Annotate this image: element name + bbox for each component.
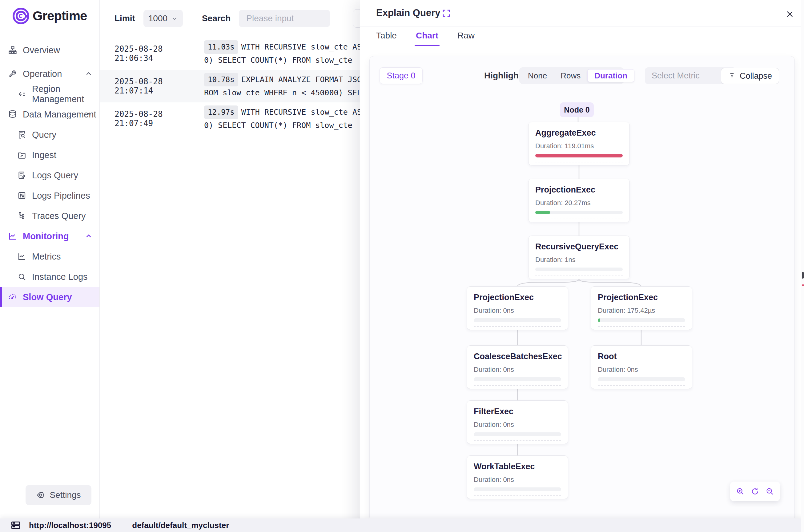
node-title: ProjectionExec — [598, 293, 685, 302]
duration-bar-fill — [535, 154, 623, 157]
row-timestamp: 2025-08-28 21:07:14 — [100, 77, 204, 95]
plan-node-projection-exec[interactable]: ProjectionExec Duration: 20.27ms — [528, 179, 630, 222]
stage-node-badge[interactable]: Node 0 — [560, 102, 594, 117]
row-timestamp: 2025-08-28 21:06:34 — [100, 44, 204, 63]
server-icon — [11, 520, 21, 530]
plan-node-root[interactable]: Root Duration: 0ns — [591, 345, 692, 389]
monitoring-chart-icon — [8, 231, 17, 241]
plan-node-coalesce-batches-exec[interactable]: CoalesceBatchesExec Duration: 0ns — [467, 345, 568, 389]
node-duration: Duration: 119.01ms — [535, 142, 623, 150]
limit-label: Limit — [114, 14, 135, 23]
dashed-divider — [535, 218, 623, 219]
cluster-name[interactable]: default/default_mycluster — [132, 520, 229, 530]
app-window: Greptime Overview Operation Region Manag… — [0, 0, 804, 532]
chevron-up-icon[interactable] — [85, 110, 93, 118]
region-management-icon — [17, 90, 26, 99]
limit-select[interactable]: 1000 — [143, 10, 183, 27]
sidebar-item-slow-query[interactable]: Slow Query — [0, 287, 99, 307]
duration-bar-track — [474, 377, 561, 381]
sidebar-item-logs-pipelines[interactable]: Logs Pipelines — [0, 186, 99, 206]
close-icon[interactable] — [784, 8, 796, 20]
traces-icon — [17, 211, 26, 221]
database-icon — [8, 110, 17, 119]
duration-bar-track — [474, 318, 561, 322]
node-title: CoalesceBatchesExec — [474, 352, 561, 361]
duration-bar-track — [598, 377, 685, 381]
dashed-divider — [474, 385, 561, 386]
sidebar-item-monitoring[interactable]: Monitoring — [0, 226, 99, 246]
drawer-header: Explain Query — [360, 0, 804, 26]
sidebar-item-metrics[interactable]: Metrics — [0, 246, 99, 267]
scrollbar-thumb[interactable] — [802, 272, 804, 279]
sidebar-item-label: Logs Query — [32, 170, 78, 180]
sidebar-item-label: Traces Query — [32, 211, 86, 221]
duration-bar-fill — [598, 318, 600, 322]
sidebar-menu: Overview Operation Region Management Dat… — [0, 40, 99, 307]
endpoint-url[interactable]: http://localhost:19095 — [29, 520, 111, 530]
plan-node-recursive-query-exec[interactable]: RecursiveQueryExec Duration: 1ns — [528, 235, 630, 279]
node-title: ProjectionExec — [535, 185, 623, 195]
highlight-option-duration[interactable]: Duration — [587, 69, 634, 82]
collapse-label: Collapse — [740, 71, 772, 81]
collapse-button[interactable]: Collapse — [721, 68, 779, 84]
vertical-scrollbar[interactable] — [801, 0, 804, 532]
chevron-up-icon[interactable] — [85, 232, 93, 240]
settings-button[interactable]: Settings — [25, 485, 91, 505]
sidebar-item-label: Slow Query — [23, 292, 72, 302]
wrench-icon — [8, 69, 17, 78]
highlight-option-none[interactable]: None — [521, 69, 554, 82]
greptime-logo-icon — [12, 7, 30, 25]
tab-table[interactable]: Table — [376, 31, 397, 46]
node-title: ProjectionExec — [474, 293, 561, 302]
sidebar-item-label: Ingest — [32, 150, 56, 160]
stage-button[interactable]: Stage 0 — [380, 67, 423, 84]
scrollbar-highlight-mark — [802, 284, 804, 286]
duration-bar-track — [535, 211, 623, 214]
fullscreen-expand-icon[interactable] — [442, 8, 451, 18]
overview-icon — [8, 45, 17, 55]
chevron-up-icon[interactable] — [85, 70, 93, 78]
limit-value: 1000 — [148, 14, 167, 23]
divider — [380, 94, 785, 94]
sidebar-item-query[interactable]: Query — [0, 125, 99, 145]
search-input[interactable] — [239, 10, 330, 27]
plan-node-aggregate-exec[interactable]: AggregateExec Duration: 119.01ms — [528, 122, 630, 166]
drawer-tabs: Table Chart Raw — [376, 31, 475, 46]
dashed-divider — [598, 326, 685, 327]
tab-chart[interactable]: Chart — [416, 31, 438, 46]
sidebar-item-instance-logs[interactable]: Instance Logs — [0, 267, 99, 287]
sidebar: Greptime Overview Operation Region Manag… — [0, 0, 100, 532]
brand-logo: Greptime — [12, 7, 87, 25]
plan-node-projection-exec-left[interactable]: ProjectionExec Duration: 0ns — [467, 286, 568, 330]
duration-badge: 11.03s — [204, 40, 238, 54]
logs-query-icon — [17, 171, 26, 180]
node-duration: Duration: 0ns — [598, 366, 685, 374]
sidebar-item-label: Operation — [23, 69, 62, 79]
sidebar-item-traces-query[interactable]: Traces Query — [0, 206, 99, 226]
plan-node-work-table-exec[interactable]: WorkTableExec Duration: 0ns — [467, 455, 568, 499]
sidebar-item-region-management[interactable]: Region Management — [0, 84, 99, 104]
duration-bar-track — [598, 318, 685, 322]
node-title: WorkTableExec — [474, 462, 561, 471]
node-duration: Duration: 0ns — [474, 307, 561, 315]
plan-node-projection-exec-right[interactable]: ProjectionExec Duration: 175.42µs — [591, 286, 692, 330]
node-title: FilterExec — [474, 407, 561, 416]
tab-raw[interactable]: Raw — [457, 31, 475, 46]
ingest-icon — [17, 150, 26, 159]
sidebar-item-operation[interactable]: Operation — [0, 64, 99, 84]
gauge-icon — [8, 292, 17, 302]
node-duration: Duration: 20.27ms — [535, 199, 623, 207]
dashed-divider — [474, 326, 561, 327]
settings-label: Settings — [50, 490, 81, 500]
duration-badge: 12.97s — [204, 106, 238, 119]
row-timestamp: 2025-08-28 21:07:49 — [100, 110, 204, 128]
plan-node-filter-exec[interactable]: FilterExec Duration: 0ns — [467, 400, 568, 444]
sidebar-item-overview[interactable]: Overview — [0, 40, 99, 60]
duration-badge: 10.78s — [204, 73, 238, 87]
sidebar-item-data-management[interactable]: Data Management — [0, 104, 99, 125]
sidebar-item-ingest[interactable]: Ingest — [0, 145, 99, 165]
status-bar: http://localhost:19095 default/default_m… — [0, 518, 804, 532]
highlight-option-rows[interactable]: Rows — [554, 69, 587, 82]
node-duration: Duration: 0ns — [474, 421, 561, 429]
sidebar-item-logs-query[interactable]: Logs Query — [0, 165, 99, 186]
